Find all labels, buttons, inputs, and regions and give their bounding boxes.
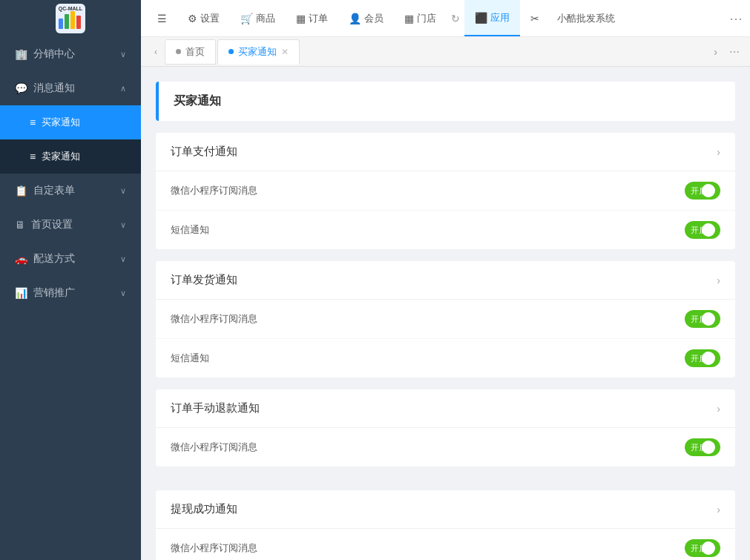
toggle-refund-wechat-track: 开启: [685, 438, 720, 456]
toggle-payment-wechat-track: 开启: [685, 182, 720, 200]
toggle-shipping-sms[interactable]: 开启: [685, 349, 720, 367]
section-order-payment-title: 订单支付通知: [171, 145, 237, 159]
notif-row-refund-wechat: 微信小程序订阅消息 开启: [156, 428, 735, 467]
main-layout: 🏢 分销中心 ∨ 💬 消息通知 ∧ ≡ 买家通知 ≡ 卖家通知: [0, 37, 750, 560]
tab-close-btn[interactable]: ✕: [281, 47, 289, 57]
nav-more-btn[interactable]: ⋯: [722, 10, 750, 27]
notif-row-payment-sms: 短信通知 开启: [156, 211, 735, 249]
svg-text:QC-MALL: QC-MALL: [59, 6, 83, 12]
toggle-withdraw-wechat[interactable]: 开启: [685, 539, 720, 557]
toggle-shipping-wechat[interactable]: 开启: [685, 310, 720, 328]
svg-rect-3: [70, 11, 75, 29]
section-order-payment-arrow: ›: [717, 146, 720, 158]
notif-row-payment-wechat: 微信小程序订阅消息 开启: [156, 171, 735, 211]
sidebar-seller-notify-label: 卖家通知: [42, 150, 80, 163]
nav-scissors[interactable]: ✂: [520, 0, 550, 36]
delivery-icon: 🚗: [15, 253, 27, 265]
notif-payment-wechat-label: 微信小程序订阅消息: [171, 184, 257, 197]
sidebar-item-seller-notify[interactable]: ≡ 卖家通知: [0, 139, 141, 174]
tab-prev-btn[interactable]: ‹: [147, 37, 165, 66]
notif-shipping-wechat-label: 微信小程序订阅消息: [171, 312, 257, 326]
section-order-refund-title: 订单手动退款通知: [171, 401, 260, 415]
notif-payment-sms-label: 短信通知: [171, 223, 209, 237]
notif-refund-wechat-label: 微信小程序订阅消息: [171, 441, 257, 454]
svg-rect-2: [65, 14, 69, 29]
members-icon: 👤: [349, 13, 361, 24]
sidebar: 🏢 分销中心 ∨ 💬 消息通知 ∧ ≡ 买家通知 ≡ 卖家通知: [0, 37, 141, 560]
gap-spacer: [156, 478, 735, 490]
homepage-arrow: ∨: [120, 220, 126, 230]
sidebar-custom-form-label: 自定表单: [33, 184, 75, 197]
sidebar-marketing-label: 营销推广: [33, 286, 75, 300]
tab-buyer-notify[interactable]: 买家通知 ✕: [217, 39, 300, 65]
nav-apps[interactable]: ⬛ 应用: [464, 0, 520, 36]
message-icon: 💬: [15, 82, 27, 94]
nav-goods[interactable]: 🛒 商品: [230, 0, 286, 36]
toggle-withdraw-wechat-thumb: [702, 541, 715, 555]
section-order-payment-header[interactable]: 订单支付通知 ›: [156, 133, 735, 171]
notif-withdraw-wechat-label: 微信小程序订阅消息: [171, 541, 257, 555]
toggle-payment-sms-thumb: [702, 223, 715, 237]
tab-next-btn[interactable]: ›: [709, 46, 722, 58]
marketing-icon: 📊: [15, 287, 27, 299]
toggle-payment-sms-track: 开启: [685, 221, 720, 239]
seller-notify-icon: ≡: [30, 151, 36, 162]
custom-form-arrow: ∨: [120, 186, 126, 196]
tab-home[interactable]: 首页: [165, 39, 216, 65]
sidebar-item-marketing[interactable]: 📊 营销推广 ∨: [0, 276, 141, 310]
page-title-section: 买家通知: [156, 82, 735, 121]
sidebar-distribution-label: 分销中心: [33, 47, 75, 61]
toggle-refund-wechat[interactable]: 开启: [685, 438, 720, 456]
section-order-shipping-header[interactable]: 订单发货通知 ›: [156, 261, 735, 300]
section-withdraw-arrow: ›: [717, 504, 720, 515]
distribution-icon: 🏢: [15, 48, 27, 60]
toggle-payment-wechat[interactable]: 开启: [685, 182, 720, 200]
sidebar-item-homepage[interactable]: 🖥 首页设置 ∨: [0, 208, 141, 242]
notif-row-withdraw-wechat: 微信小程序订阅消息 开启: [156, 529, 735, 560]
content-area: 买家通知 订单支付通知 › 微信小程序订阅消息 开启: [141, 67, 750, 560]
goods-icon: 🛒: [240, 13, 253, 24]
sidebar-item-delivery[interactable]: 🚗 配送方式 ∨: [0, 242, 141, 276]
logo-icon: QC-MALL: [56, 4, 85, 33]
section-order-shipping-title: 订单发货通知: [171, 273, 237, 287]
nav-store[interactable]: ▦ 门店: [394, 0, 447, 36]
sidebar-item-message[interactable]: 💬 消息通知 ∧: [0, 71, 141, 105]
section-order-shipping: 订单发货通知 › 微信小程序订阅消息 开启 短: [156, 261, 735, 378]
apps-icon: ⬛: [475, 12, 487, 24]
toggle-payment-wechat-thumb: [702, 184, 715, 197]
sidebar-item-buyer-notify[interactable]: ≡ 买家通知: [0, 105, 141, 139]
marketing-arrow: ∨: [120, 289, 126, 298]
nav-settings[interactable]: ⚙ 设置: [177, 0, 230, 36]
toggle-payment-sms[interactable]: 开启: [685, 221, 720, 239]
nav-menu[interactable]: ☰: [147, 0, 177, 36]
sidebar-submenu-message: ≡ 买家通知 ≡ 卖家通知: [0, 105, 141, 174]
toggle-shipping-sms-track: 开启: [685, 349, 720, 367]
buyer-notify-icon: ≡: [30, 116, 36, 128]
tab-end: › ⋯: [709, 46, 744, 58]
store-icon: ▦: [404, 13, 414, 24]
nav-orders[interactable]: ▦ 订单: [286, 0, 338, 36]
sidebar-item-distribution[interactable]: 🏢 分销中心 ∨: [0, 37, 141, 71]
tab-buyer-notify-label: 买家通知: [238, 45, 277, 59]
toggle-refund-wechat-thumb: [702, 441, 715, 454]
nav-refresh-btn[interactable]: ↻: [447, 13, 464, 24]
section-order-refund-header[interactable]: 订单手动退款通知 ›: [156, 389, 735, 428]
custom-form-icon: 📋: [15, 185, 27, 197]
sidebar-message-label: 消息通知: [33, 82, 75, 95]
section-order-shipping-arrow: ›: [717, 274, 720, 286]
logo-area: QC-MALL: [0, 0, 141, 37]
tab-home-label: 首页: [185, 45, 205, 59]
nav-members[interactable]: 👤 会员: [338, 0, 394, 36]
svg-rect-1: [59, 19, 63, 29]
nav-items: ☰ ⚙ 设置 🛒 商品 ▦ 订单 👤 会员 ▦ 门店 ↻ ⬛ 应用 ✂ 小: [141, 0, 722, 36]
nav-store-label: 门店: [417, 12, 436, 25]
menu-icon: ☰: [157, 13, 167, 24]
tab-items: 首页 买家通知 ✕: [165, 39, 709, 65]
tab-more-btn[interactable]: ⋯: [725, 46, 744, 58]
sidebar-homepage-label: 首页设置: [31, 218, 73, 231]
sidebar-item-custom-form[interactable]: 📋 自定表单 ∨: [0, 174, 141, 208]
notif-row-shipping-sms: 短信通知 开启: [156, 339, 735, 378]
section-withdraw-header[interactable]: 提现成功通知 ›: [156, 490, 735, 529]
settings-icon: ⚙: [188, 13, 197, 24]
top-nav: QC-MALL ☰ ⚙ 设置 🛒 商品 ▦ 订单 👤 会员 ▦ 门店 ↻ ⬛ 应: [0, 0, 750, 37]
